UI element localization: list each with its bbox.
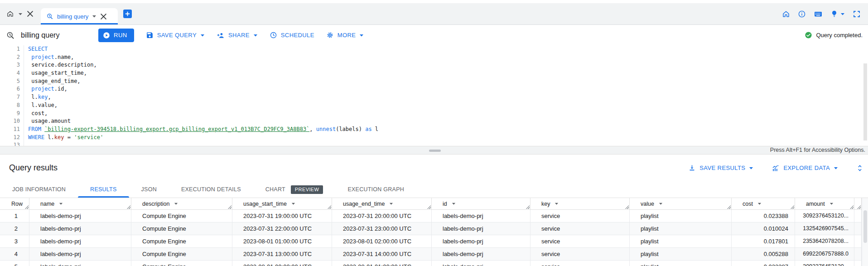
- schedule-button[interactable]: SCHEDULE: [270, 31, 314, 39]
- cell: 2023-08-01 01:00:00 UTC: [332, 261, 432, 266]
- column-menu-icon[interactable]: [59, 202, 63, 206]
- home-tab-icon[interactable]: [6, 10, 14, 18]
- home-icon[interactable]: [782, 10, 790, 18]
- chevron-down-icon[interactable]: [18, 12, 23, 16]
- column-label: description: [142, 201, 169, 207]
- cell: service: [530, 261, 630, 266]
- expand-panel-icon[interactable]: [856, 164, 863, 172]
- cell: 2353642078208...: [795, 235, 854, 247]
- column-header-row[interactable]: Row: [0, 198, 29, 209]
- resize-handle[interactable]: [429, 150, 441, 152]
- column-menu-icon[interactable]: [555, 202, 559, 206]
- more-button[interactable]: MORE: [326, 31, 364, 39]
- table-row[interactable]: 1labels-demo-prjCompute Engine2023-07-31…: [0, 210, 862, 222]
- editor-scrollbar[interactable]: [863, 63, 867, 140]
- column-header-amount[interactable]: amount: [795, 198, 854, 209]
- tab-execution-graph[interactable]: EXECUTION GRAPH: [335, 181, 416, 198]
- cell: labels-demo-prj: [29, 235, 131, 247]
- tab-label: billing query: [57, 13, 88, 20]
- code-line[interactable]: 8 l.value,: [0, 102, 868, 110]
- cell: labels-demo-prj: [432, 222, 530, 235]
- tab-execution-details[interactable]: EXECUTION DETAILS: [169, 181, 253, 198]
- column-header-cost[interactable]: cost: [732, 198, 795, 209]
- tab-chart[interactable]: CHARTPREVIEW: [253, 181, 336, 198]
- tab-billing-query[interactable]: billing query: [41, 8, 118, 24]
- cell: 4: [0, 248, 29, 260]
- table-row[interactable]: 3labels-demo-prjCompute Engine2023-08-01…: [0, 235, 862, 248]
- code-line[interactable]: 12WHERE l.key = 'service': [0, 134, 868, 142]
- code-line[interactable]: 5 usage_end_time,: [0, 77, 868, 86]
- code-line[interactable]: 3 service.description,: [0, 61, 868, 69]
- code-line[interactable]: 9 cost,: [0, 110, 868, 118]
- column-header-id[interactable]: id: [432, 198, 530, 209]
- tips-lightbulb-icon[interactable]: [830, 10, 845, 18]
- save-icon: [146, 31, 154, 39]
- fullscreen-icon[interactable]: [853, 10, 861, 18]
- keyboard-shortcuts-icon[interactable]: [814, 10, 823, 19]
- cell: playlist: [630, 222, 732, 235]
- column-menu-icon[interactable]: [389, 202, 393, 206]
- cell: labels-demo-prj: [432, 235, 530, 247]
- save-results-button[interactable]: SAVE RESULTS: [688, 164, 753, 172]
- column-header-key[interactable]: key: [530, 198, 630, 209]
- scrollbar-thumb[interactable]: [863, 210, 867, 243]
- cell: labels-demo-prj: [29, 210, 131, 222]
- column-header-description[interactable]: description: [131, 198, 232, 209]
- column-label: name: [40, 201, 54, 207]
- cell: 2023-07-31 23:00:00 UTC: [332, 222, 432, 235]
- column-header-value[interactable]: value: [630, 198, 732, 209]
- cell: 3092376453120...: [795, 210, 854, 222]
- person-add-icon: [217, 31, 225, 39]
- cell: labels-demo-prj: [432, 210, 530, 222]
- cell: service: [530, 222, 630, 235]
- table-row[interactable]: 2labels-demo-prjCompute Engine2023-07-31…: [0, 222, 862, 235]
- tab-json[interactable]: JSON: [129, 181, 169, 198]
- column-header-usage_end_time[interactable]: usage_end_time: [332, 198, 432, 209]
- run-label: RUN: [114, 32, 127, 39]
- close-icon[interactable]: [27, 10, 34, 17]
- share-button[interactable]: SHARE: [217, 31, 258, 39]
- column-label: usage_end_time: [343, 201, 385, 207]
- tab-job-information[interactable]: JOB INFORMATION: [0, 181, 78, 198]
- tab-results[interactable]: RESULTS: [78, 181, 129, 198]
- cell-spacer: [854, 210, 862, 222]
- code-line[interactable]: 13: [0, 141, 868, 146]
- results-scrollbar[interactable]: [862, 198, 868, 266]
- save-query-button[interactable]: SAVE QUERY: [146, 31, 205, 39]
- explore-data-button[interactable]: EXPLORE DATA: [772, 164, 838, 172]
- column-menu-icon[interactable]: [757, 202, 762, 206]
- chevron-down-icon[interactable]: [92, 14, 96, 19]
- column-label: amount: [806, 201, 825, 207]
- code-line[interactable]: 6 project.id,: [0, 85, 868, 93]
- column-menu-icon[interactable]: [829, 202, 834, 206]
- sql-editor[interactable]: 1SELECT2 project.name,3 service.descript…: [0, 45, 868, 146]
- code-line[interactable]: 7 l.key,: [0, 93, 868, 102]
- code-text: SELECT: [24, 45, 48, 53]
- close-tab-icon[interactable]: [100, 13, 107, 20]
- code-line[interactable]: 10 usage.amount: [0, 117, 868, 126]
- line-number: 6: [0, 85, 20, 93]
- cell: 5: [0, 261, 29, 266]
- cell: 2023-07-31 22:00:00 UTC: [232, 222, 332, 235]
- cell: labels-demo-prj: [29, 248, 131, 260]
- column-menu-icon[interactable]: [291, 202, 295, 206]
- new-tab-button[interactable]: [123, 10, 132, 18]
- table-row[interactable]: 5labels-demo-prjCompute Engine2023-08-01…: [0, 261, 862, 266]
- column-header-usage_start_time[interactable]: usage_start_time: [232, 198, 332, 209]
- cell: 0.017801: [732, 235, 795, 247]
- info-icon[interactable]: [798, 10, 806, 18]
- cell: labels-demo-prj: [432, 261, 530, 266]
- column-menu-icon[interactable]: [659, 202, 663, 206]
- table-row[interactable]: 4labels-demo-prjCompute Engine2023-07-31…: [0, 248, 862, 261]
- chart-icon: [772, 164, 780, 172]
- code-line[interactable]: 2 project.name,: [0, 53, 868, 62]
- column-menu-icon[interactable]: [174, 202, 178, 206]
- tab-label: RESULTS: [90, 186, 116, 193]
- cell: 6992206757888.0: [795, 248, 854, 260]
- code-line[interactable]: 11FROM `billing-export-394518.billing_ex…: [0, 126, 868, 134]
- code-line[interactable]: 1SELECT: [0, 45, 868, 53]
- column-menu-icon[interactable]: [452, 202, 456, 206]
- run-button[interactable]: RUN: [98, 29, 134, 42]
- code-line[interactable]: 4 usage_start_time,: [0, 69, 868, 77]
- column-header-name[interactable]: name: [29, 198, 131, 209]
